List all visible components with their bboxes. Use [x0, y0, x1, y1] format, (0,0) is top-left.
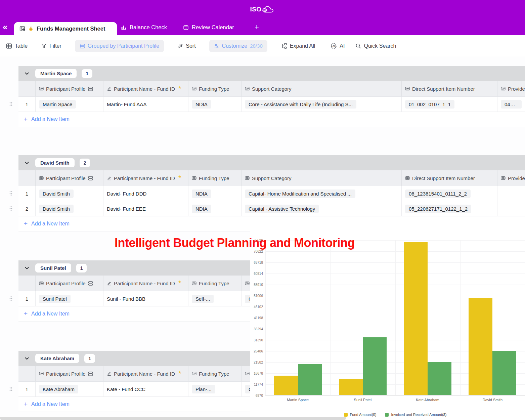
horizontal-scrollbar[interactable]: [0, 417, 346, 420]
group-name[interactable]: Sunil Patel: [35, 263, 71, 272]
cell-participant-profile[interactable]: David Smith: [35, 186, 103, 201]
cell-participant-name[interactable]: David- Fund DDD: [103, 186, 188, 201]
column-header-provider[interactable]: Provider: [497, 81, 525, 96]
legend-swatch: [385, 413, 389, 417]
y-tick-label: 36294: [250, 327, 263, 331]
add-new-item-button[interactable]: + Add a New Item: [18, 112, 525, 127]
column-header-participant-name[interactable]: Participant Name - Fund ID ★: [103, 366, 188, 381]
chevron-down-icon[interactable]: [24, 71, 30, 77]
link-icon: [405, 86, 410, 91]
column-header-participant-profile[interactable]: Participant Profile: [35, 170, 103, 186]
cell-support-category[interactable]: Core - Assistance with Daily Life (Inclu…: [241, 97, 401, 112]
tab-balance-check[interactable]: Balance Check: [121, 19, 167, 35]
cell-participant-name[interactable]: Martin- Fund AAA: [103, 97, 188, 112]
table-row[interactable]: 2 David Smith David- Fund EEE NDIA Capit…: [18, 201, 525, 216]
chevron-down-icon[interactable]: [24, 355, 30, 362]
expand-all-button[interactable]: Expand All: [281, 43, 315, 49]
column-header-funding-type[interactable]: Funding Type: [188, 170, 241, 186]
grouped-by-button[interactable]: Grouped by Participant Profile: [75, 40, 164, 52]
pencil-icon: [107, 281, 112, 286]
column-header-participant-name[interactable]: Participant Name - Fund ID ★: [103, 276, 188, 291]
row-number-value: 2: [26, 206, 28, 212]
row-number-header: [18, 81, 35, 96]
cell-participant-name[interactable]: Kate - Fund CCC: [103, 382, 188, 396]
tab-funds-management-sheet[interactable]: $ Funds Management Sheet: [14, 22, 117, 35]
column-header-funding-type[interactable]: Funding Type: [188, 276, 241, 291]
cell-support-category[interactable]: Capital- Home Modification and Specialis…: [241, 186, 401, 201]
cell-participant-name[interactable]: David- Fund EEE: [103, 201, 188, 216]
column-header-direct-support-item[interactable]: Direct Support Item Number: [401, 170, 497, 186]
bar-david-smith-series-1: [492, 351, 516, 395]
chevron-down-icon[interactable]: [24, 265, 30, 271]
logo-text: ISO: [250, 6, 261, 13]
column-header-funding-type[interactable]: Funding Type: [188, 81, 241, 96]
cell-provider[interactable]: [497, 201, 525, 216]
fund-name-text: Kate - Fund CCC: [107, 386, 145, 392]
column-label: Support Category: [252, 86, 292, 92]
cell-direct-support-item[interactable]: 05_220627171_0122_1_2: [401, 201, 497, 216]
ai-button[interactable]: AI AI: [331, 43, 345, 49]
filter-button[interactable]: Filter: [41, 43, 61, 49]
column-header-participant-profile[interactable]: Participant Profile: [35, 366, 103, 381]
tab-review-calendar[interactable]: Review Calendar: [183, 19, 234, 35]
table-label: Table: [15, 43, 28, 49]
column-header-participant-profile[interactable]: Participant Profile: [35, 276, 103, 291]
group-name[interactable]: Martin Space: [35, 69, 77, 78]
cell-funding-type[interactable]: Plan-...: [188, 382, 241, 396]
group-name[interactable]: Kate Abraham: [35, 354, 79, 363]
table-view-button[interactable]: Table: [6, 43, 28, 49]
group-by-icon: [88, 176, 93, 181]
cell-direct-support-item[interactable]: 06_123615401_0111_2_2: [401, 186, 497, 201]
cell-support-category[interactable]: Capital - Assistive Technology: [241, 201, 401, 216]
sort-button[interactable]: Sort: [177, 43, 195, 49]
x-axis-label: David Smith: [466, 398, 519, 402]
y-tick-label: 16678: [250, 372, 263, 375]
column-header-support-category[interactable]: Support Category: [241, 170, 401, 186]
cell-provider[interactable]: [497, 186, 525, 201]
y-tick-label: 65718: [250, 261, 263, 264]
cell-direct-support-item[interactable]: 01_002_0107_1_1: [401, 97, 497, 112]
collapse-sidebar-icon[interactable]: «: [3, 22, 7, 32]
column-header-participant-profile[interactable]: Participant Profile: [35, 81, 103, 96]
star-icon: ★: [178, 174, 182, 179]
link-icon: [501, 176, 506, 180]
profile-chip: David Smith: [39, 190, 74, 198]
table-row[interactable]: 1 Martin Space Martin- Fund AAA NDIA Cor…: [18, 97, 525, 112]
cell-funding-type[interactable]: NDIA: [188, 186, 241, 201]
cell-provider[interactable]: 04_799_: [497, 97, 525, 112]
cell-participant-name[interactable]: Sunil - Fund BBB: [103, 291, 188, 306]
column-header-support-category[interactable]: Support Category: [241, 81, 401, 96]
table-row[interactable]: 1 David Smith David- Fund DDD NDIA Capit…: [18, 186, 525, 201]
row-number-value: 1: [26, 101, 28, 107]
funding-chip: NDIA: [192, 100, 211, 109]
column-header-participant-name[interactable]: Participant Name - Fund ID ★: [103, 81, 188, 96]
money-bag-icon: $: [28, 26, 34, 32]
column-header-funding-type[interactable]: Funding Type: [188, 366, 241, 381]
cell-funding-type[interactable]: Self-...: [188, 291, 241, 306]
filter-icon: [41, 43, 47, 49]
group-name[interactable]: David Smith: [35, 158, 75, 167]
cell-funding-type[interactable]: NDIA: [188, 97, 241, 112]
cell-funding-type[interactable]: NDIA: [188, 201, 241, 216]
add-tab-button[interactable]: +: [255, 19, 259, 35]
filter-label: Filter: [49, 43, 61, 49]
cell-participant-profile[interactable]: Martin Space: [35, 97, 103, 112]
customize-button[interactable]: Customize 28/30: [209, 40, 267, 52]
tab-label: Review Calendar: [192, 24, 234, 31]
cell-participant-profile[interactable]: Kate Abraham: [35, 382, 103, 396]
quick-search-button[interactable]: Quick Search: [355, 43, 396, 49]
cell-participant-profile[interactable]: David Smith: [35, 201, 103, 216]
sliders-icon: [214, 43, 219, 49]
column-header-participant-name[interactable]: Participant Name - Fund ID ★: [103, 170, 188, 186]
column-label: Participant Name - Fund ID: [114, 371, 175, 377]
column-header-direct-support-item[interactable]: Direct Support Item Number: [401, 81, 497, 96]
row-number: 1: [18, 291, 35, 306]
group-by-icon: [88, 371, 93, 376]
funding-chip: NDIA: [192, 205, 211, 213]
cell-participant-profile[interactable]: Sunil Patel: [35, 291, 103, 306]
chevron-down-icon[interactable]: [24, 160, 30, 166]
x-axis-label: Martin Space: [271, 398, 325, 402]
column-header-provider[interactable]: Provider: [497, 170, 525, 186]
add-new-item-label: Add a New Item: [31, 116, 70, 122]
column-label: Provider: [508, 86, 525, 92]
